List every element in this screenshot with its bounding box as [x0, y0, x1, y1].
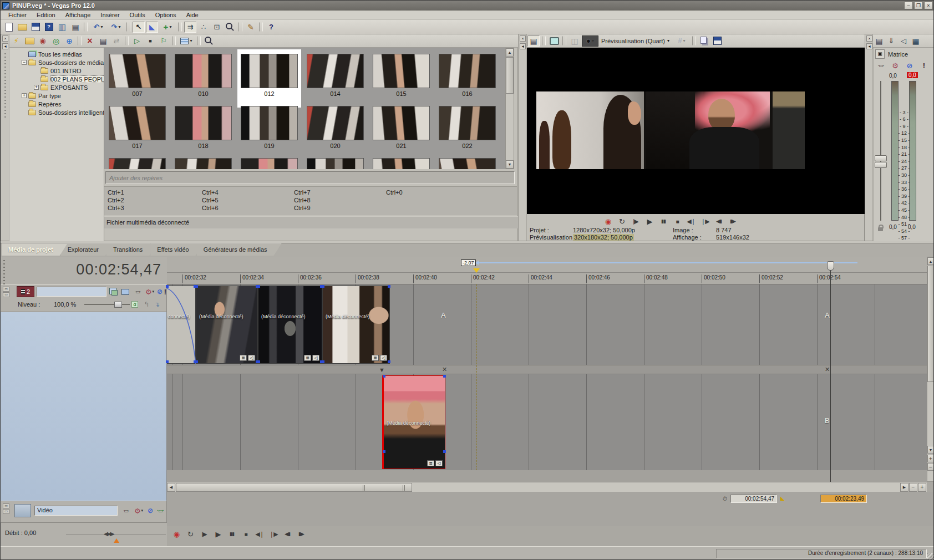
thumbnail-image[interactable] [175, 158, 232, 169]
play-from-start-button[interactable] [198, 528, 210, 539]
thumbnail-image[interactable] [439, 54, 496, 88]
tree-item[interactable]: Sous-dossiers de médias [9, 58, 104, 67]
zoom-in-icon[interactable]: + [918, 483, 926, 492]
thumbnail-image[interactable] [439, 106, 496, 140]
scrollbar-thumb[interactable] [176, 483, 412, 492]
views-button[interactable] [178, 35, 195, 47]
play-button[interactable] [643, 216, 656, 227]
go-start-button[interactable] [253, 528, 266, 539]
tab[interactable]: Effets vidéo [150, 243, 203, 256]
thumbnail-image[interactable] [241, 106, 298, 140]
remove-media-button[interactable] [84, 35, 96, 47]
thumbnail-image[interactable] [307, 158, 364, 169]
lock-icon[interactable] [878, 227, 883, 231]
title-bar[interactable]: PINUP.veg * - Vegas Pro 12.0 – ❐ × [1, 1, 934, 11]
cursor-time-box[interactable]: 00:02:54,47 [730, 495, 777, 503]
bus-output-fx-icon[interactable] [155, 506, 165, 516]
media-thumbnail[interactable]: 012 [236, 53, 302, 104]
composite-mode-icon[interactable] [130, 299, 140, 309]
selection-edit-tool-button[interactable] [159, 22, 176, 33]
bus-fx-icon[interactable] [121, 506, 131, 516]
media-thumbnail[interactable]: 022 [434, 105, 500, 156]
media-properties-button[interactable] [97, 35, 109, 47]
ignore-grouping-button[interactable] [211, 22, 223, 33]
crossfade-strip[interactable]: ▼ ✕ ✕ [167, 365, 927, 374]
whats-this-help-button[interactable] [265, 22, 277, 33]
thumbnail-image[interactable] [109, 54, 166, 88]
make-child-icon[interactable] [152, 299, 162, 309]
loop-button[interactable] [616, 216, 628, 227]
zoom-grip[interactable] [363, 485, 365, 491]
tab[interactable]: Transitions [106, 243, 157, 256]
tree-item[interactable]: Repères [9, 100, 104, 108]
timeline-event-portrait[interactable]: (Média déconnecté) ≣◁ [382, 375, 445, 469]
master-fader-rail[interactable] [880, 81, 881, 221]
media-fx-button[interactable] [10, 35, 22, 47]
mute-icon[interactable] [146, 506, 154, 516]
play-from-start-button[interactable] [630, 216, 642, 227]
thumbnail-image[interactable] [175, 54, 232, 88]
pin-panel-icon[interactable]: ◂ [520, 43, 526, 49]
thumbnail-image[interactable] [373, 158, 430, 169]
selection-length-box[interactable]: 00:02:23,49 [820, 495, 867, 503]
external-monitor-button[interactable] [548, 35, 560, 47]
thumbnail-image[interactable] [373, 54, 430, 88]
track-layers-icon[interactable] [109, 287, 119, 297]
zoom-out-icon[interactable]: − [909, 483, 917, 492]
menu-item[interactable]: Affichage [61, 11, 95, 19]
level-slider-track[interactable] [84, 304, 130, 305]
new-project-button[interactable] [3, 22, 15, 33]
scrollbar-thumb[interactable] [927, 266, 934, 382]
import-media-button[interactable] [23, 35, 35, 47]
minimize-track-icon[interactable]: ▭ [3, 503, 9, 508]
tree-item[interactable]: 002 PLANS PEOPLE [9, 75, 104, 83]
resize-grip[interactable] [927, 553, 934, 560]
tab[interactable]: Média de projet [2, 243, 68, 256]
solo-button[interactable] [917, 60, 931, 70]
tree-item[interactable]: Tous les médias [9, 50, 104, 58]
video-preview-properties-button[interactable] [527, 35, 540, 47]
open-project-button[interactable] [16, 22, 28, 33]
thumbnail-image[interactable] [307, 54, 364, 88]
scroll-up-icon[interactable]: ▲ [927, 257, 934, 265]
normal-edit-tool-button[interactable] [133, 22, 145, 33]
timeline-marker-icon[interactable] [473, 268, 480, 273]
make-parent-icon[interactable] [141, 299, 151, 309]
automation-settings-icon[interactable] [132, 506, 145, 516]
menu-item[interactable]: Aide [182, 11, 203, 19]
go-start-button[interactable] [685, 216, 697, 227]
zoom-out-icon[interactable]: − [927, 463, 934, 471]
add-markers-input[interactable] [105, 171, 515, 184]
envelope-edit-tool-button[interactable] [146, 22, 158, 33]
timeline-event[interactable]: (Média déconnecté) ≣◁ [258, 286, 322, 364]
automation-settings-icon[interactable] [143, 287, 156, 297]
chevron-down-icon[interactable]: ▾ [667, 38, 669, 43]
zoom-grip[interactable] [403, 485, 405, 491]
track-fx-icon[interactable] [133, 287, 143, 297]
video-track-lane-b[interactable]: (Média déconnecté) ≣◁ B [167, 374, 927, 470]
timeline-event-tail[interactable]: connecté) [167, 286, 196, 364]
media-thumbnail[interactable]: 017 [104, 105, 170, 156]
scroll-up-icon[interactable]: ▲ [506, 48, 514, 57]
master-fader-handle[interactable] [875, 162, 887, 168]
scrollbar-thumb[interactable] [506, 57, 514, 94]
auto-preview-button[interactable] [158, 35, 170, 47]
get-media-web-button[interactable] [63, 35, 75, 47]
save-as-button[interactable] [43, 22, 55, 33]
downmix-output-button[interactable] [886, 35, 897, 47]
bus-scope-button[interactable] [14, 504, 31, 517]
zoom-edit-tool-button[interactable] [224, 22, 236, 33]
close-panel-icon[interactable]: × [2, 35, 8, 42]
tab[interactable]: Explorateur [61, 243, 113, 256]
close-icon[interactable]: × [924, 2, 933, 9]
vertical-scrollbar[interactable]: ▲ ▼ + − [927, 257, 934, 482]
pin-panel-icon[interactable]: ◂ [866, 43, 872, 49]
media-thumbnail[interactable]: 007 [104, 53, 170, 104]
project-properties-button[interactable] [69, 22, 82, 33]
zoom-in-icon[interactable]: + [927, 455, 934, 462]
thumbnail-image[interactable] [241, 54, 298, 88]
next-frame-button[interactable] [727, 216, 739, 227]
mixer-io-button[interactable] [910, 35, 921, 47]
thumbnail-image[interactable] [439, 158, 496, 169]
playhead-handle[interactable] [827, 261, 834, 271]
